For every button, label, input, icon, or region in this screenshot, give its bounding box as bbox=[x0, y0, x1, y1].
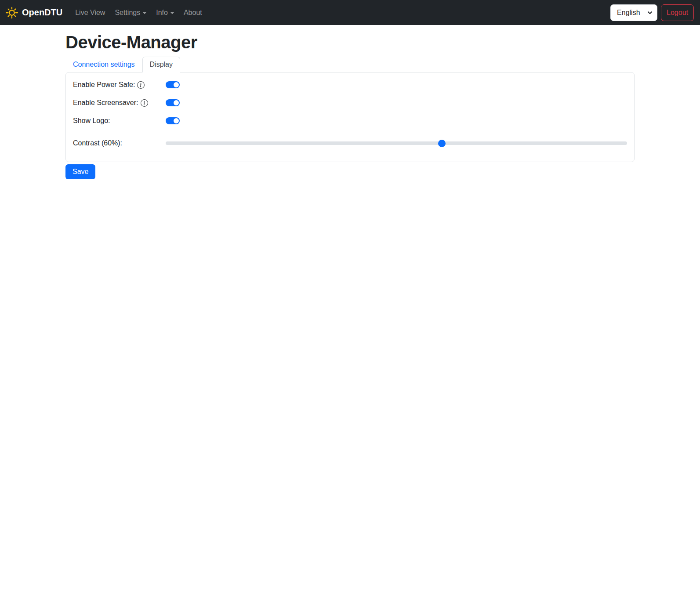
nav-item-live-view[interactable]: Live View bbox=[72, 5, 109, 20]
switch-knob bbox=[174, 118, 179, 123]
switch-track bbox=[166, 99, 180, 106]
form-row-screensaver: Enable Screensaver: bbox=[73, 98, 627, 108]
language-select[interactable]: English bbox=[610, 4, 657, 21]
show-logo-label: Show Logo: bbox=[73, 117, 110, 125]
form-row-contrast: Contrast (60%): bbox=[73, 134, 627, 153]
nav-item-about[interactable]: About bbox=[180, 5, 206, 20]
tab-connection-settings[interactable]: Connection settings bbox=[65, 57, 142, 72]
control-col bbox=[166, 81, 627, 88]
logout-button[interactable]: Logout bbox=[661, 4, 694, 21]
chevron-down-icon bbox=[170, 12, 174, 14]
page-title: Device-Manager bbox=[65, 33, 635, 52]
control-col bbox=[166, 139, 627, 147]
switch-track bbox=[166, 81, 180, 88]
label-col: Enable Power Safe: bbox=[73, 81, 166, 89]
contrast-label: Contrast (60%): bbox=[73, 139, 122, 147]
nav-item-settings[interactable]: Settings bbox=[111, 5, 150, 20]
power-safe-label: Enable Power Safe: bbox=[73, 81, 135, 89]
tab-display[interactable]: Display bbox=[142, 57, 180, 72]
switch-knob bbox=[174, 100, 179, 105]
contrast-slider[interactable] bbox=[166, 139, 627, 147]
navbar-left: OpenDTU Live View Settings Info About bbox=[5, 5, 207, 20]
chevron-down-icon bbox=[143, 12, 146, 14]
switch-knob bbox=[174, 82, 179, 87]
info-circle-icon[interactable] bbox=[141, 99, 148, 107]
info-circle-icon[interactable] bbox=[137, 81, 145, 89]
show-logo-toggle-screensaver[interactable] bbox=[166, 99, 180, 106]
screensaver-label: Enable Screensaver: bbox=[73, 99, 138, 107]
main-content: Device-Manager Connection settings Displ… bbox=[65, 33, 635, 179]
control-col bbox=[166, 117, 627, 124]
form-row-show-logo: Show Logo: bbox=[73, 116, 627, 126]
sun-logo-icon bbox=[5, 6, 18, 19]
nav-item-info[interactable]: Info bbox=[152, 5, 178, 20]
power-safe-toggle[interactable] bbox=[166, 81, 180, 88]
navbar-right: English Logout bbox=[610, 4, 695, 21]
brand-label: OpenDTU bbox=[22, 7, 62, 18]
brand-link[interactable]: OpenDTU bbox=[5, 6, 62, 19]
tab-bar: Connection settings Display bbox=[65, 57, 635, 72]
switch-track bbox=[166, 117, 180, 124]
display-settings-card: Enable Power Safe: Enable Screensaver: bbox=[65, 72, 635, 162]
show-logo-toggle[interactable] bbox=[166, 117, 180, 124]
language-select-wrap: English bbox=[610, 4, 657, 21]
save-button[interactable]: Save bbox=[65, 164, 95, 179]
navbar: OpenDTU Live View Settings Info About En… bbox=[0, 0, 700, 25]
label-col: Contrast (60%): bbox=[73, 139, 166, 147]
control-col bbox=[166, 99, 627, 106]
form-row-power-safe: Enable Power Safe: bbox=[73, 80, 627, 90]
label-col: Show Logo: bbox=[73, 117, 166, 125]
label-col: Enable Screensaver: bbox=[73, 99, 166, 107]
